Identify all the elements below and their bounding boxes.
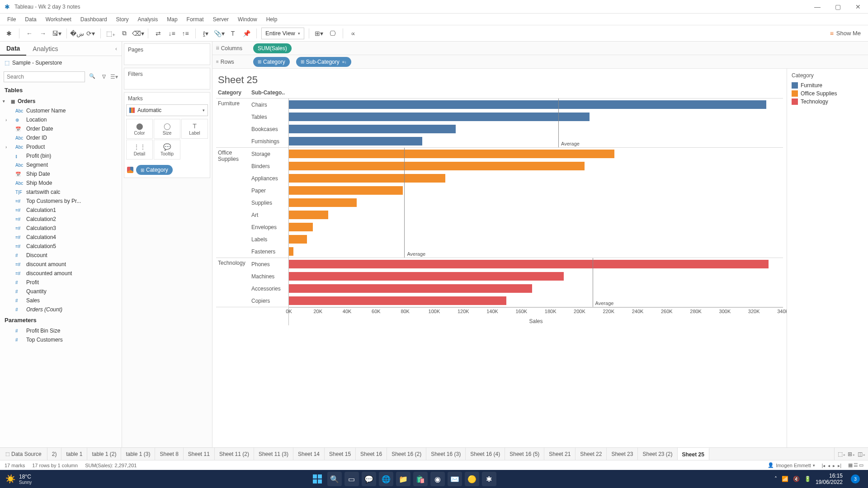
field-calculation2[interactable]: Calculation2 xyxy=(0,215,122,224)
subcategory-label[interactable]: Paper xyxy=(251,188,288,194)
marks-label-button[interactable]: TLabel xyxy=(181,119,208,139)
menu-help[interactable]: Help xyxy=(263,15,281,23)
marks-detail-button[interactable]: ⋮⋮Detail xyxy=(126,140,153,160)
sheet-title[interactable]: Sheet 25 xyxy=(216,74,783,86)
show-cards-button[interactable]: ⊞▾ xyxy=(314,28,325,39)
sheet-tab[interactable]: Sheet 15 xyxy=(325,448,356,460)
legend-item-office-supplies[interactable]: Office Supplies xyxy=(792,89,863,98)
filter-fields-button[interactable]: ∇ xyxy=(100,73,108,81)
subcategory-label[interactable]: Art xyxy=(251,212,288,218)
field-order-id[interactable]: Order ID xyxy=(0,133,122,142)
bar[interactable] xyxy=(289,296,506,305)
field-customer-name[interactable]: Customer Name xyxy=(0,106,122,115)
filters-shelf[interactable]: Filters xyxy=(124,68,210,89)
sheet-tab[interactable]: table 1 xyxy=(61,448,87,460)
menu-data[interactable]: Data xyxy=(21,15,40,23)
volume-icon[interactable]: 🔇 xyxy=(793,476,800,482)
clock[interactable]: 16:15 19/06/2022 xyxy=(816,473,846,486)
menu-dashboard[interactable]: Dashboard xyxy=(77,15,111,23)
field-ship-mode[interactable]: Ship Mode xyxy=(0,178,122,188)
field-profit[interactable]: Profit xyxy=(0,278,122,287)
new-dashboard-tab-button[interactable]: ⊞₊ xyxy=(847,451,855,457)
view-toggle-buttons[interactable]: ▦☰▭ xyxy=(848,462,863,468)
columns-pill-sum-sales[interactable]: SUM(Sales) xyxy=(253,43,292,53)
maximize-button[interactable]: ▢ xyxy=(831,1,844,12)
bar[interactable] xyxy=(289,211,328,219)
store-button[interactable]: 🛍️ xyxy=(413,472,428,486)
category-label[interactable]: Furniture xyxy=(216,99,251,147)
field-quantity[interactable]: Quantity xyxy=(0,287,122,296)
new-story-tab-button[interactable]: ◫₊ xyxy=(857,451,865,457)
sheet-tab[interactable]: Sheet 11 (2) xyxy=(215,448,254,460)
field-order-date[interactable]: Order Date xyxy=(0,124,122,133)
sheet-tab[interactable]: Sheet 21 xyxy=(544,448,576,460)
bar[interactable] xyxy=(289,198,357,207)
pin-button[interactable]: 📌 xyxy=(241,28,252,39)
save-button[interactable]: 🖫▾ xyxy=(51,28,62,39)
menu-format[interactable]: Format xyxy=(183,15,208,23)
auto-update-button[interactable]: ⟳▾ xyxy=(85,28,96,39)
weather-widget[interactable]: ☀️ 18°C Sunny xyxy=(0,474,37,485)
bar[interactable] xyxy=(289,223,313,231)
notification-badge[interactable]: 3 xyxy=(851,474,860,483)
legend-item-technology[interactable]: Technology xyxy=(792,98,863,106)
field-product[interactable]: Product xyxy=(0,142,122,151)
field-discount-amount[interactable]: discount amount xyxy=(0,260,122,269)
marks-tooltip-button[interactable]: 💬Tooltip xyxy=(154,140,180,160)
sheet-tab[interactable]: Sheet 14 xyxy=(293,448,325,460)
subcategory-label[interactable]: Fasteners xyxy=(251,249,288,255)
subcategory-label[interactable]: Storage xyxy=(251,151,288,157)
columns-shelf[interactable]: iiiColumns SUM(Sales) xyxy=(212,42,868,55)
sheet-tab[interactable]: Sheet 11 (3) xyxy=(254,448,293,460)
sort-asc-button[interactable]: ↓≡ xyxy=(166,28,177,39)
legend-item-furniture[interactable]: Furniture xyxy=(792,81,863,89)
pages-shelf[interactable]: Pages xyxy=(124,43,210,65)
field-calculation4[interactable]: Calculation4 xyxy=(0,233,122,242)
search-input[interactable] xyxy=(4,71,85,82)
sheet-tab[interactable]: Sheet 25 xyxy=(678,448,709,460)
user-menu[interactable]: 👤 Imogen Emmett ▾ xyxy=(768,462,815,468)
chrome-button[interactable]: 🟡 xyxy=(465,472,479,486)
tableau-icon[interactable]: ✱ xyxy=(4,28,14,39)
bar[interactable] xyxy=(289,272,564,281)
new-worksheet-tab-button[interactable]: ⬚₊ xyxy=(837,451,845,457)
mail-button[interactable]: ✉️ xyxy=(448,472,462,486)
sheet-tab[interactable]: Sheet 16 (5) xyxy=(505,448,544,460)
sheet-tab[interactable]: Sheet 16 (2) xyxy=(387,448,426,460)
param-top-customers[interactable]: Top Customers xyxy=(0,335,122,344)
sheet-nav-buttons[interactable]: |◂◂▸▸| xyxy=(821,463,843,468)
wifi-icon[interactable]: 📶 xyxy=(782,476,788,482)
category-label[interactable]: Office Supplies xyxy=(216,148,251,258)
sheet-tab[interactable]: Sheet 22 xyxy=(576,448,607,460)
subcategory-label[interactable]: Furnishings xyxy=(251,138,288,145)
new-data-button[interactable]: �ښ xyxy=(71,28,82,39)
marks-color-button[interactable]: ⬤Color xyxy=(126,119,153,139)
undo-button[interactable]: ← xyxy=(24,28,35,39)
view-fields-button[interactable]: ☰▾ xyxy=(110,73,118,81)
sheet-tab[interactable]: table 1 (3) xyxy=(121,448,155,460)
field-profit-bin-[interactable]: Profit (bin) xyxy=(0,151,122,160)
menu-file[interactable]: File xyxy=(4,15,19,23)
bar[interactable] xyxy=(289,284,532,293)
sort-desc-button[interactable]: ↑≡ xyxy=(180,28,191,39)
sheet-tab[interactable]: Sheet 16 (3) xyxy=(426,448,466,460)
sheet-tab[interactable]: Sheet 23 (2) xyxy=(638,448,677,460)
share-button[interactable]: ∝ xyxy=(348,28,359,39)
marks-size-button[interactable]: ◯Size xyxy=(154,119,180,139)
menu-map[interactable]: Map xyxy=(163,15,181,23)
subcategory-label[interactable]: Appliances xyxy=(251,175,288,182)
duplicate-button[interactable]: ⧉ xyxy=(119,28,130,39)
sheet-tab[interactable]: table 1 (2) xyxy=(87,448,121,460)
new-worksheet-button[interactable]: ⬚₊ xyxy=(105,28,116,39)
bar[interactable] xyxy=(289,150,614,158)
field-location[interactable]: Location xyxy=(0,115,122,124)
explorer-button[interactable]: 📁 xyxy=(396,472,410,486)
tableau-taskbar-button[interactable]: ✱ xyxy=(482,472,496,486)
menu-worksheet[interactable]: Worksheet xyxy=(42,15,75,23)
subcategory-label[interactable]: Envelopes xyxy=(251,224,288,230)
battery-icon[interactable]: 🔋 xyxy=(804,476,811,482)
fit-dropdown[interactable]: Entire View▾ xyxy=(261,28,304,39)
bar[interactable] xyxy=(289,186,403,195)
field-sales[interactable]: Sales xyxy=(0,296,122,305)
subcategory-label[interactable]: Labels xyxy=(251,236,288,243)
